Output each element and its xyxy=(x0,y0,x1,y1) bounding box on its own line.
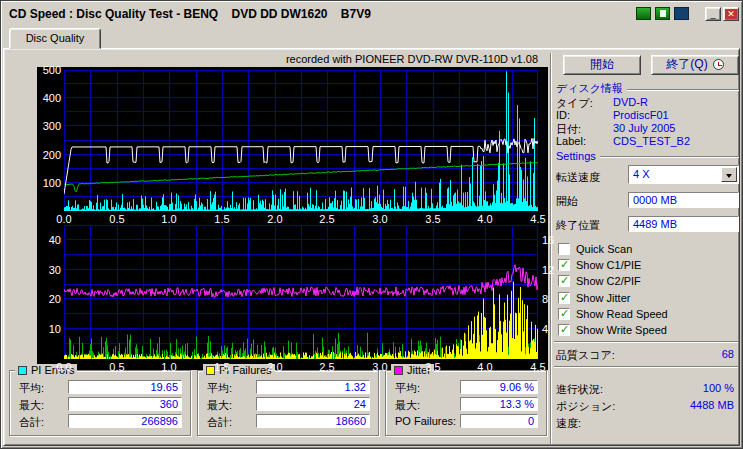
y-axis-tick: 10 xyxy=(31,323,61,335)
stat-label: 平均: xyxy=(19,381,44,396)
stat-value: 1.32 xyxy=(256,380,370,394)
pi-errors-panel: PI Errors 平均:19.65 最大:360 合計:266896 xyxy=(9,370,191,436)
end-position-field[interactable]: 4489 MB xyxy=(628,216,739,232)
disc-id-value: ProdiscF01 xyxy=(613,109,669,121)
speed-select-value: 4 X xyxy=(633,168,650,180)
pi-errors-color-chip xyxy=(18,366,27,375)
progress-value: 100 % xyxy=(703,382,734,394)
title-bar[interactable]: CD Speed : Disc Quality Test - BENQ DVD … xyxy=(4,4,739,23)
stat-value: 9.06 % xyxy=(460,380,538,394)
stat-label: 合計: xyxy=(19,415,44,430)
y-axis-tick: 40 xyxy=(31,234,61,246)
window-title: CD Speed : Disc Quality Test - BENQ DVD … xyxy=(4,7,636,21)
stat-label: 最大: xyxy=(207,398,232,413)
stat-label: 最大: xyxy=(395,398,420,413)
end-position-label: 終了位置 xyxy=(556,218,600,233)
x-axis-tick: 3.0 xyxy=(365,361,395,373)
titlebar-disc-icon-2[interactable] xyxy=(655,7,670,20)
exit-button[interactable]: 終了(Q) xyxy=(651,55,739,75)
start-button[interactable]: 開始 xyxy=(563,55,641,75)
disc-label-value: CDS_TEST_B2 xyxy=(613,135,690,147)
position-row: ポジション:4488 MB xyxy=(556,399,734,414)
x-axis-tick: 1.0 xyxy=(154,361,184,373)
header-rule xyxy=(600,156,739,158)
titlebar-disc-icon-1[interactable] xyxy=(636,7,651,20)
show-read-speed-checkbox[interactable] xyxy=(558,308,570,320)
show-c1-pie-label: Show C1/PIE xyxy=(576,259,641,271)
pi-failures-panel: PI Failures 平均:1.32 最大:24 合計:18660 xyxy=(197,370,379,436)
show-read-speed-label: Show Read Speed xyxy=(576,308,668,320)
checkbox-row-show-write-speed[interactable]: Show Write Speed xyxy=(557,324,740,338)
y-axis-tick: 20 xyxy=(31,293,61,305)
start-position-field[interactable]: 0000 MB xyxy=(628,192,739,208)
disc-type-value: DVD-R xyxy=(613,96,648,108)
stat-value: 266896 xyxy=(68,414,182,428)
header-rule xyxy=(627,89,739,91)
speed-select-arrow[interactable] xyxy=(721,167,737,182)
stat-value: 13.3 % xyxy=(460,397,538,411)
settings-header: Settings xyxy=(556,150,596,162)
recorded-with-text: recorded with PIONEER DVD-RW DVR-110D v1… xyxy=(64,53,538,65)
separator xyxy=(554,341,738,343)
stat-value: 24 xyxy=(256,397,370,411)
checkbox-row-quick-scan[interactable]: Quick Scan xyxy=(557,243,740,257)
stat-label: 合計: xyxy=(207,415,232,430)
checkbox-row-show-read-speed[interactable]: Show Read Speed xyxy=(557,308,740,322)
x-axis-tick: 4.0 xyxy=(470,361,500,373)
disc-date-label: 日付: xyxy=(556,123,581,135)
x-axis-tick: 1.5 xyxy=(207,213,237,225)
speed-select[interactable]: 4 X xyxy=(628,165,739,184)
exit-button-label: 終了(Q) xyxy=(666,57,707,71)
stat-label: PO Failures: xyxy=(395,415,456,427)
disc-label-row: Label:CDS_TEST_B2 xyxy=(556,135,739,147)
close-button[interactable]: ✕ xyxy=(723,7,739,21)
x-axis-tick: 4.5 xyxy=(523,361,553,373)
disc-date-value: 30 July 2005 xyxy=(613,122,675,134)
disc-info-header: ディスク情報 xyxy=(556,81,623,96)
stat-value: 360 xyxy=(68,397,182,411)
chevron-down-icon xyxy=(726,174,732,181)
y-axis-tick: 100 xyxy=(31,177,61,189)
quick-scan-label: Quick Scan xyxy=(576,243,632,255)
progress-label: 進行状況: xyxy=(556,383,603,395)
stat-value: 0 xyxy=(460,414,538,428)
progress-row: 進行状況:100 % xyxy=(556,382,734,397)
x-axis-tick: 0.5 xyxy=(102,213,132,225)
start-position-label: 開始 xyxy=(556,194,578,209)
y-axis-tick-right: 12 xyxy=(542,264,566,276)
titlebar-drive-icon[interactable] xyxy=(674,7,689,20)
x-axis-tick: 3.5 xyxy=(418,361,448,373)
tab-disc-quality[interactable]: Disc Quality xyxy=(9,28,101,49)
x-axis-tick: 2.5 xyxy=(312,361,342,373)
checkbox-row-show-c1-pie[interactable]: Show C1/PIE xyxy=(557,259,740,273)
show-write-speed-label: Show Write Speed xyxy=(576,324,667,336)
x-axis-tick: 4.5 xyxy=(523,213,553,225)
position-label: ポジション: xyxy=(556,400,615,412)
pi-errors-graph xyxy=(64,70,538,211)
y-axis-tick: 500 xyxy=(31,64,61,76)
quality-score-value: 68 xyxy=(722,348,734,360)
pi-failures-jitter-graph xyxy=(64,225,538,359)
stat-label: 平均: xyxy=(207,381,232,396)
stat-value: 18660 xyxy=(256,414,370,428)
checkbox-row-show-c2-pif[interactable]: Show C2/PIF xyxy=(557,275,740,289)
speed-label: 速度: xyxy=(556,417,581,429)
x-axis-tick: 2.0 xyxy=(260,361,290,373)
stat-value: 19.65 xyxy=(68,380,182,394)
clock-icon xyxy=(713,59,724,70)
speed-row: 速度: xyxy=(556,416,734,431)
jitter-color-chip xyxy=(394,366,403,375)
checkbox-row-show-jitter[interactable]: Show Jitter xyxy=(557,292,740,306)
x-axis-tick: 0.0 xyxy=(49,361,79,373)
y-axis-tick-right: 16 xyxy=(542,234,566,246)
minimize-button[interactable]: _ xyxy=(705,7,721,21)
x-axis-tick: 0.5 xyxy=(102,361,132,373)
y-axis-tick-right: 8 xyxy=(542,293,566,305)
disc-label-label: Label: xyxy=(556,135,586,147)
show-c2-pif-label: Show C2/PIF xyxy=(576,275,641,287)
show-c2-pif-checkbox[interactable] xyxy=(558,275,570,287)
x-axis-tick: 0.0 xyxy=(49,213,79,225)
x-axis-tick: 2.5 xyxy=(312,213,342,225)
x-axis-tick: 4.0 xyxy=(470,213,500,225)
y-axis-tick: 30 xyxy=(31,264,61,276)
